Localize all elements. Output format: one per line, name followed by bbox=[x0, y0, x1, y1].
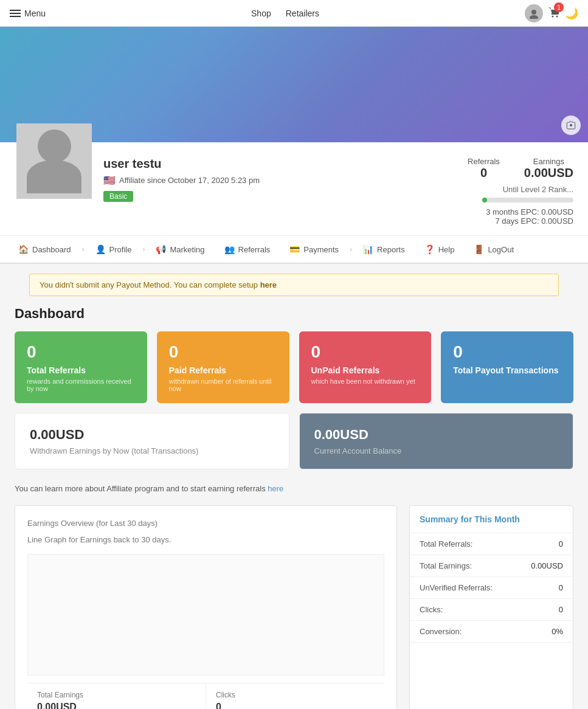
dashboard-icon: 🏠 bbox=[18, 244, 29, 254]
footer-total-earnings: Total Earnings 0.00USD bbox=[27, 683, 206, 709]
svg-point-0 bbox=[531, 10, 536, 15]
epc-7days: 7 days EPC: 0.00USD bbox=[468, 216, 573, 226]
svg-point-3 bbox=[556, 16, 558, 18]
footer-clicks: Clicks 0 bbox=[206, 683, 384, 709]
subnav-payments[interactable]: 💳 Payments bbox=[281, 236, 347, 263]
shop-link[interactable]: Shop bbox=[251, 9, 271, 18]
profile-icon: 👤 bbox=[95, 244, 106, 254]
retailers-link[interactable]: Retailers bbox=[286, 9, 319, 18]
summary-panel: Summary for This Month Total Referrals: … bbox=[409, 505, 573, 709]
profile-section: user testu 🇺🇸 Affiliate since October 17… bbox=[0, 142, 588, 236]
earnings-panel: Earnings Overview (for Last 30 days) Lin… bbox=[15, 505, 397, 709]
stat-card-paid-referrals: 0 Paid Referrals withdrawn number of ref… bbox=[157, 331, 289, 403]
top-nav-links: Shop Retailers bbox=[251, 9, 319, 18]
summary-row-conversion: Conversion: 0% bbox=[410, 621, 573, 643]
current-balance-card: 0.00USD Current Account Balance bbox=[299, 413, 574, 469]
subnav-logout[interactable]: 🚪 LogOut bbox=[465, 236, 522, 263]
chevron-icon-2: › bbox=[142, 237, 145, 262]
summary-row-unverified: UnVerified Referrals: 0 bbox=[410, 577, 573, 599]
summary-title: Summary for This Month bbox=[410, 506, 573, 533]
sub-nav: 🏠 Dashboard › 👤 Profile › 📢 Marketing 👥 … bbox=[0, 236, 588, 264]
flag-icon: 🇺🇸 bbox=[103, 175, 116, 186]
logout-icon: 🚪 bbox=[474, 244, 484, 254]
hamburger-icon bbox=[10, 10, 21, 17]
subnav-reports[interactable]: 📊 Reports bbox=[355, 236, 413, 263]
top-nav: Menu Shop Retailers 1 🌙 bbox=[0, 0, 588, 27]
referrals-icon: 👥 bbox=[224, 244, 235, 254]
cart-button[interactable]: 1 bbox=[548, 6, 560, 20]
subnav-marketing[interactable]: 📢 Marketing bbox=[147, 236, 213, 263]
rank-progress-bar bbox=[482, 198, 573, 202]
summary-table: Total Referrals: 0 Total Earnings: 0.00U… bbox=[410, 533, 573, 643]
help-icon: ❓ bbox=[424, 244, 435, 254]
subnav-help[interactable]: ❓ Help bbox=[416, 236, 463, 263]
earnings-graph bbox=[27, 554, 384, 676]
stat-card-payout-transactions: 0 Total Payout Transactions bbox=[441, 331, 573, 403]
svg-point-1 bbox=[530, 15, 538, 19]
withdrawn-earnings-card: 0.00USD Withdrawn Earnings by Now (total… bbox=[15, 413, 289, 469]
cart-count: 1 bbox=[554, 2, 564, 12]
referrals-stat: Referrals 0 bbox=[468, 157, 500, 180]
profile-stats: Referrals 0 Earnings 0.00USD bbox=[468, 157, 573, 180]
alert-link[interactable]: here bbox=[260, 280, 277, 289]
rank-progress-fill bbox=[482, 198, 487, 202]
earnings-panel-title: Earnings Overview (for Last 30 days) bbox=[27, 518, 384, 528]
profile-name: user testu bbox=[103, 157, 260, 171]
main-content: You didn't submit any Payout Method. You… bbox=[0, 274, 588, 709]
svg-point-2 bbox=[552, 16, 553, 18]
reports-icon: 📊 bbox=[363, 244, 373, 254]
chevron-icon-3: › bbox=[350, 237, 352, 262]
balance-cards: 0.00USD Withdrawn Earnings by Now (total… bbox=[15, 413, 573, 469]
epc-3months: 3 months EPC: 0.00USD bbox=[468, 207, 573, 216]
profile-left: user testu 🇺🇸 Affiliate since October 17… bbox=[15, 152, 260, 202]
learn-more: You can learn more about Affiliate progr… bbox=[15, 484, 573, 493]
rank-row: Until Level 2 Rank... bbox=[468, 185, 573, 194]
subnav-dashboard[interactable]: 🏠 Dashboard bbox=[10, 236, 80, 263]
summary-row-referrals: Total Referrals: 0 bbox=[410, 533, 573, 555]
earnings-graph-placeholder: Line Graph for Earnings back to 30 days. bbox=[27, 535, 384, 544]
earnings-footer: Total Earnings 0.00USD Clicks 0 bbox=[27, 683, 384, 709]
summary-row-earnings: Total Earnings: 0.00USD bbox=[410, 555, 573, 577]
learn-more-link[interactable]: here bbox=[268, 484, 283, 493]
user-avatar-small[interactable] bbox=[525, 4, 543, 22]
change-cover-button[interactable] bbox=[561, 116, 581, 135]
stat-card-total-referrals: 0 Total Referrals rewards and commission… bbox=[15, 331, 147, 403]
avatar-large bbox=[15, 122, 94, 201]
summary-row-clicks: Clicks: 0 bbox=[410, 599, 573, 621]
rank-badge: Basic bbox=[103, 191, 133, 202]
subnav-profile[interactable]: 👤 Profile bbox=[87, 236, 140, 263]
affiliate-since: 🇺🇸 Affiliate since October 17, 2020 5:23… bbox=[103, 175, 260, 186]
bottom-section: Earnings Overview (for Last 30 days) Lin… bbox=[15, 505, 573, 709]
alert-banner: You didn't submit any Payout Method. You… bbox=[29, 274, 559, 296]
top-nav-right: 1 🌙 bbox=[525, 4, 578, 22]
dashboard-title: Dashboard bbox=[15, 306, 573, 322]
menu-label: Menu bbox=[24, 9, 46, 18]
profile-info: user testu 🇺🇸 Affiliate since October 17… bbox=[103, 152, 260, 202]
payments-icon: 💳 bbox=[289, 244, 300, 254]
dark-mode-toggle[interactable]: 🌙 bbox=[565, 7, 578, 20]
chevron-icon-1: › bbox=[82, 237, 85, 262]
subnav-referrals[interactable]: 👥 Referrals bbox=[216, 236, 279, 263]
menu-button[interactable]: Menu bbox=[10, 9, 46, 18]
stat-cards: 0 Total Referrals rewards and commission… bbox=[15, 331, 573, 403]
profile-right: Referrals 0 Earnings 0.00USD Until Level… bbox=[468, 152, 573, 226]
earnings-stat: Earnings 0.00USD bbox=[524, 157, 573, 180]
stat-card-unpaid-referrals: 0 UnPaid Referrals which have been not w… bbox=[299, 331, 432, 403]
marketing-icon: 📢 bbox=[156, 244, 166, 254]
